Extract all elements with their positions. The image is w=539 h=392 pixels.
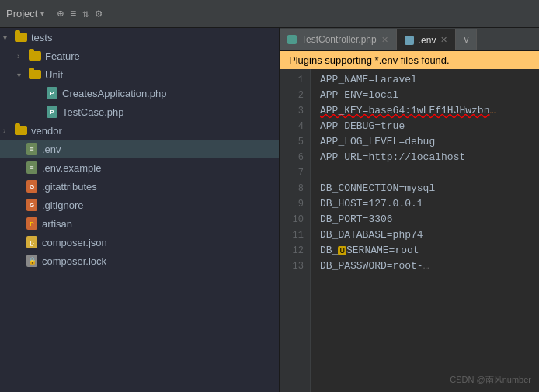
line-num-12: 12: [280, 243, 310, 258]
php-file-icon: [45, 88, 59, 99]
item-label: TestCase.php: [62, 106, 124, 118]
add-icon[interactable]: ⊕: [57, 7, 63, 20]
item-label: CreatesApplication.php: [62, 88, 166, 99]
expand-arrow: ›: [3, 127, 14, 135]
tab-label: TestController.php: [301, 34, 377, 45]
line-num-9: 9: [280, 196, 310, 212]
tab-icon-php: [287, 35, 297, 44]
sidebar-item-env-example[interactable]: .env.example: [0, 158, 279, 177]
artisan-file-icon: [25, 218, 39, 229]
line-num-10: 10: [280, 212, 310, 227]
tab-env[interactable]: .env ✕: [397, 29, 457, 50]
sidebar-item-gitattributes[interactable]: .gitattributes: [0, 177, 279, 196]
code-editor[interactable]: 1 2 3 4 5 6 7 8 9 10 11 12 13 APP_NAME=L…: [280, 69, 539, 392]
folder-icon: [28, 50, 42, 61]
line-num-1: 1: [280, 72, 310, 88]
tab-icon-env: [405, 36, 414, 45]
project-label: Project: [6, 8, 37, 19]
item-label: .gitignore: [42, 199, 83, 211]
folder-icon: [14, 32, 28, 43]
item-label: .env.example: [42, 162, 101, 174]
toolbar-icons: ⊕ ≡ ⇅ ⚙: [57, 7, 102, 20]
code-line-3: APP_KEY=base64:1wLEf1HJHwzbn…: [320, 103, 539, 119]
item-label: .env: [42, 144, 61, 155]
item-label: artisan: [42, 218, 72, 230]
code-content: APP_NAME=Laravel APP_ENV=local APP_KEY=b…: [311, 69, 539, 392]
tab-v[interactable]: v: [456, 29, 477, 50]
code-line-8: DB_CONNECTION=mysql: [320, 181, 539, 196]
code-line-6: APP_URL=http://localhost: [320, 150, 539, 165]
expand-arrow: ▾: [3, 33, 14, 42]
line-num-6: 6: [280, 150, 310, 165]
tab-bar: TestController.php ✕ .env ✕ v: [280, 28, 539, 51]
tab-label: .env: [419, 35, 436, 46]
expand-all-icon[interactable]: ⇅: [82, 7, 89, 20]
expand-arrow: ▾: [17, 71, 28, 79]
sidebar-item-tests[interactable]: ▾ tests: [0, 28, 279, 47]
item-label: vendor: [31, 125, 62, 137]
sidebar-item-unit[interactable]: ▾ Unit: [0, 65, 279, 84]
tab-testcontroller[interactable]: TestController.php ✕: [280, 29, 397, 50]
expand-arrow: ›: [17, 52, 28, 61]
plugin-notification: Plugins supporting *.env files found.: [280, 51, 539, 69]
sidebar-item-feature[interactable]: › Feature: [0, 47, 279, 65]
lock-file-icon: [25, 255, 39, 266]
item-label: composer.lock: [42, 255, 106, 267]
plugin-message: Plugins supporting *.env files found.: [289, 54, 450, 66]
item-label: Unit: [45, 69, 63, 81]
env-file-icon: [25, 144, 39, 154]
line-num-4: 4: [280, 119, 310, 134]
sidebar-item-env[interactable]: .env: [0, 140, 279, 158]
git-file-icon: [25, 199, 39, 210]
sidebar-item-creates-app[interactable]: CreatesApplication.php: [0, 84, 279, 102]
item-label: .gitattributes: [42, 181, 97, 193]
env-file-icon: [25, 162, 39, 173]
sidebar-item-artisan[interactable]: artisan: [0, 214, 279, 233]
sidebar-item-vendor[interactable]: › vendor: [0, 121, 279, 140]
line-num-7: 7: [280, 165, 310, 181]
line-num-3: 3: [280, 103, 310, 119]
code-line-5: APP_LOG_LEVEL=debug: [320, 134, 539, 150]
sidebar-item-gitignore[interactable]: .gitignore: [0, 196, 279, 214]
sidebar-item-composer-json[interactable]: composer.json: [0, 233, 279, 252]
code-line-13: DB_PASSWORD=root-…: [320, 258, 539, 274]
folder-icon: [28, 69, 42, 80]
code-line-1: APP_NAME=Laravel: [320, 72, 539, 88]
code-line-9: DB_HOST=127.0.0.1: [320, 196, 539, 212]
item-label: tests: [31, 32, 52, 43]
line-num-8: 8: [280, 181, 310, 196]
folder-icon: [14, 125, 28, 136]
main-content: ▾ tests › Feature ▾ Unit CreatesApplicat…: [0, 28, 539, 392]
project-title: Project ▾: [6, 8, 44, 19]
git-file-icon: [25, 181, 39, 192]
sidebar-item-testcase[interactable]: TestCase.php: [0, 102, 279, 121]
toolbar: Project ▾ ⊕ ≡ ⇅ ⚙: [0, 0, 539, 28]
code-line-11: DB_DATABASE=php74: [320, 227, 539, 243]
file-tree: ▾ tests › Feature ▾ Unit CreatesApplicat…: [0, 28, 280, 392]
code-line-7: [320, 165, 539, 181]
settings-icon[interactable]: ⚙: [96, 7, 102, 20]
line-numbers: 1 2 3 4 5 6 7 8 9 10 11 12 13: [280, 69, 311, 392]
code-line-12: DB_USERNAME=root: [320, 243, 539, 258]
code-line-2: APP_ENV=local: [320, 88, 539, 103]
php-file-icon: [45, 106, 59, 117]
collapse-all-icon[interactable]: ≡: [70, 8, 76, 20]
line-num-11: 11: [280, 227, 310, 243]
item-label: composer.json: [42, 237, 107, 248]
json-file-icon: [25, 237, 39, 248]
line-num-13: 13: [280, 258, 310, 274]
tab-label: v: [464, 34, 468, 45]
code-line-10: DB_PORT=3306: [320, 212, 539, 227]
tab-close-button[interactable]: ✕: [440, 35, 447, 45]
editor-area: TestController.php ✕ .env ✕ v Plugins su…: [280, 28, 539, 392]
item-label: Feature: [45, 50, 80, 62]
tab-close-button[interactable]: ✕: [381, 35, 388, 45]
project-arrow: ▾: [40, 9, 44, 18]
sidebar-item-composer-lock[interactable]: composer.lock: [0, 252, 279, 270]
code-line-4: APP_DEBUG=true: [320, 119, 539, 134]
line-num-5: 5: [280, 134, 310, 150]
line-num-2: 2: [280, 88, 310, 103]
